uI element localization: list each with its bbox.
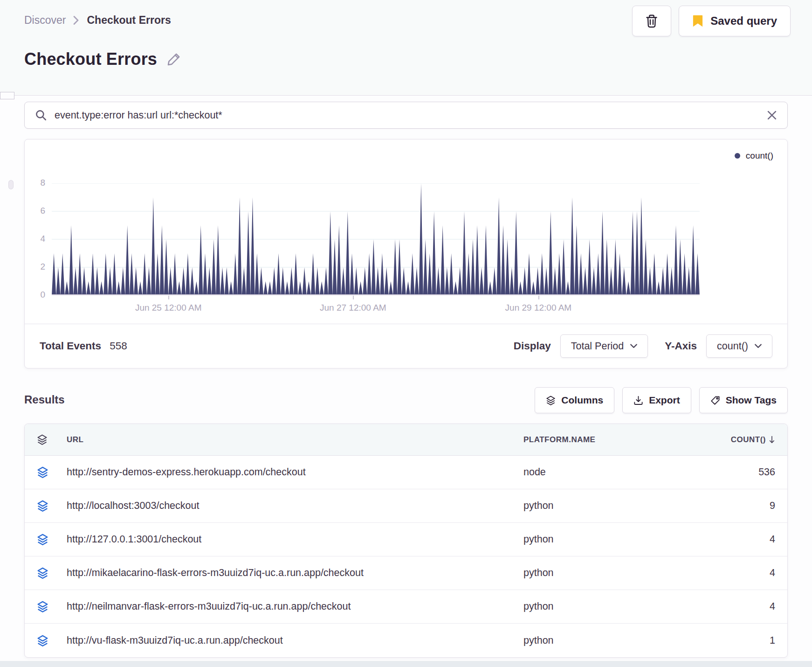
yaxis-label: Y-Axis <box>665 340 697 352</box>
chevron-down-icon <box>630 344 637 348</box>
chevron-down-icon <box>755 344 762 348</box>
table-row[interactable]: http://localhost:3003/checkout python 9 <box>25 489 787 523</box>
count-cell: 4 <box>770 601 775 612</box>
count-cell: 9 <box>770 500 775 512</box>
results-actions: Columns Export Show Tags <box>535 387 788 413</box>
search-icon <box>35 109 47 121</box>
total-events-label: Total Events <box>40 340 101 352</box>
panel-collapse-handle[interactable] <box>0 92 14 99</box>
url-cell: http://neilmanvar-flask-errors-m3uuizd7i… <box>67 601 523 612</box>
stack-icon <box>37 434 67 445</box>
search-bar <box>24 102 788 129</box>
display-select-value: Total Period <box>571 340 624 352</box>
x-axis-tick-mark <box>353 296 354 299</box>
saved-query-button[interactable]: Saved query <box>679 6 791 36</box>
url-cell: http://sentry-demos-express.herokuapp.co… <box>67 466 523 478</box>
platform-cell: python <box>523 635 687 646</box>
breadcrumb-current: Checkout Errors <box>87 14 171 27</box>
events-chart-panel: count() Total Events 558 Display Total P… <box>24 139 788 368</box>
column-header-url[interactable]: URL <box>67 435 523 445</box>
bottom-page-strip <box>0 661 812 667</box>
y-axis-tick-label: 2 <box>26 262 45 272</box>
sort-descending-icon <box>769 436 775 444</box>
legend-series-label: count() <box>746 151 773 161</box>
x-axis-tick-mark <box>168 296 169 299</box>
delete-query-button[interactable] <box>632 6 671 36</box>
chart-legend[interactable]: count() <box>735 151 773 161</box>
table-row[interactable]: http://vu-flask-m3uuizd7iq-uc.a.run.app/… <box>25 624 787 657</box>
results-table: URL PLATFORM.NAME COUNT() http://sentry-… <box>24 424 788 658</box>
export-button-label: Export <box>649 395 680 406</box>
title-row: Checkout Errors <box>24 49 181 69</box>
results-header-row: Results Columns Export <box>24 386 788 414</box>
chart-footer: Total Events 558 Display Total Period Y-… <box>25 324 787 368</box>
chevron-right-icon <box>73 16 79 25</box>
results-heading: Results <box>24 393 65 406</box>
row-stack-icon[interactable] <box>37 635 67 646</box>
column-header-count[interactable]: COUNT() <box>731 435 775 445</box>
table-row[interactable]: http://neilmanvar-flask-errors-m3uuizd7i… <box>25 590 787 624</box>
column-header-platform[interactable]: PLATFORM.NAME <box>523 435 687 445</box>
count-cell: 4 <box>770 567 775 579</box>
pencil-icon <box>166 52 181 67</box>
yaxis-select[interactable]: count() <box>706 334 772 358</box>
count-cell: 4 <box>770 534 775 545</box>
x-axis-tick-label: Jun 29 12:00 AM <box>505 303 572 313</box>
table-row[interactable]: http://mikaelacarino-flask-errors-m3uuiz… <box>25 556 787 590</box>
columns-button[interactable]: Columns <box>535 387 614 413</box>
url-cell: http://vu-flask-m3uuizd7iq-uc.a.run.app/… <box>67 635 523 646</box>
row-stack-icon[interactable] <box>37 466 67 478</box>
display-select[interactable]: Total Period <box>560 334 648 358</box>
page-title: Checkout Errors <box>24 49 157 69</box>
url-cell: http://localhost:3003/checkout <box>67 500 523 512</box>
y-axis-tick-label: 4 <box>26 234 45 244</box>
url-cell: http://127.0.0.1:3001/checkout <box>67 534 523 545</box>
x-axis-tick-mark <box>538 296 539 299</box>
table-row[interactable]: http://127.0.0.1:3001/checkout python 4 <box>25 523 787 556</box>
platform-cell: python <box>523 567 687 579</box>
export-button[interactable]: Export <box>622 387 691 413</box>
legend-series-dot <box>735 153 740 159</box>
yaxis-select-value: count() <box>717 340 748 352</box>
breadcrumb: Discover Checkout Errors <box>24 14 171 27</box>
x-axis-tick-label: Jun 25 12:00 AM <box>135 303 202 313</box>
table-row[interactable]: http://sentry-demos-express.herokuapp.co… <box>25 456 787 489</box>
x-axis-tick-label: Jun 27 12:00 AM <box>320 303 386 313</box>
results-table-header: URL PLATFORM.NAME COUNT() <box>25 424 787 456</box>
row-stack-icon[interactable] <box>37 567 67 579</box>
url-cell: http://mikaelacarino-flask-errors-m3uuiz… <box>67 567 523 579</box>
events-area-chart <box>52 183 700 295</box>
saved-query-label: Saved query <box>710 14 777 28</box>
discover-page: Discover Checkout Errors Saved query <box>0 0 812 667</box>
y-axis-tick-label: 0 <box>26 290 45 300</box>
row-stack-icon[interactable] <box>37 534 67 545</box>
count-cell: 536 <box>758 466 775 478</box>
left-edge-handle <box>8 180 14 189</box>
search-input[interactable] <box>55 110 759 121</box>
platform-cell: python <box>523 500 687 512</box>
tag-icon <box>710 396 720 405</box>
breadcrumb-discover-link[interactable]: Discover <box>24 14 66 27</box>
show-tags-button-label: Show Tags <box>726 395 777 406</box>
platform-cell: node <box>523 466 687 478</box>
download-icon <box>633 396 643 405</box>
platform-cell: python <box>523 601 687 612</box>
column-header-count-label: COUNT() <box>731 435 766 445</box>
header-actions: Saved query <box>632 6 791 36</box>
show-tags-button[interactable]: Show Tags <box>699 387 788 413</box>
y-axis-tick-label: 6 <box>26 206 45 216</box>
clear-search-icon[interactable] <box>767 110 777 120</box>
count-cell: 1 <box>770 635 775 646</box>
header-divider <box>0 95 812 96</box>
columns-button-label: Columns <box>561 395 603 406</box>
display-label: Display <box>514 340 551 352</box>
y-axis-tick-label: 8 <box>26 178 45 188</box>
stack-icon <box>546 396 556 405</box>
row-stack-icon[interactable] <box>37 601 67 612</box>
edit-title-button[interactable] <box>166 52 181 67</box>
row-stack-icon[interactable] <box>37 500 67 512</box>
platform-cell: python <box>523 534 687 545</box>
trash-icon <box>645 14 659 28</box>
results-table-body: http://sentry-demos-express.herokuapp.co… <box>25 456 787 657</box>
bookmark-icon <box>692 14 703 28</box>
